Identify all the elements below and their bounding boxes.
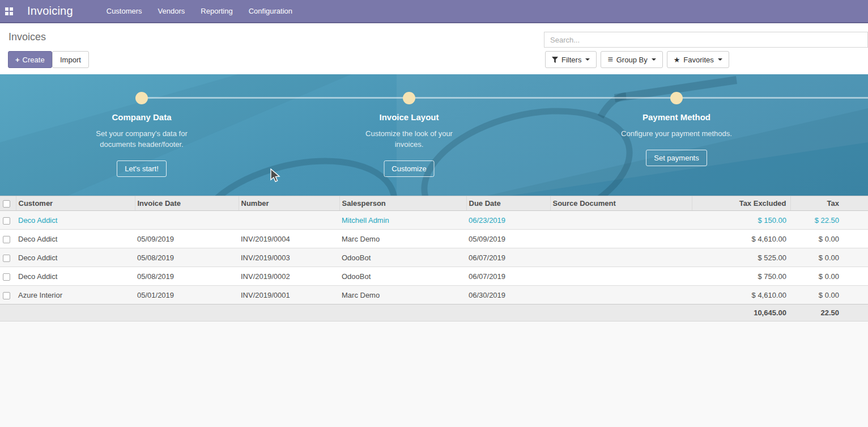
cell-invoice-date: 05/01/2019 — [135, 286, 239, 305]
row-checkbox[interactable] — [3, 273, 10, 281]
invoice-list-table: Customer Invoice Date Number Salesperson… — [0, 196, 868, 322]
filter-bar: Filters ≡ Group By ★ Favorites — [545, 51, 733, 68]
funnel-icon — [552, 57, 558, 63]
search-input[interactable] — [544, 32, 868, 48]
table-row[interactable]: Deco Addict 05/08/2019 INV/2019/0002 Odo… — [0, 267, 868, 286]
onboarding-step-payment-method: Payment Method Configure your payment me… — [597, 112, 756, 166]
cell-tax-excluded: $ 525.00 — [692, 248, 790, 267]
filters-button[interactable]: Filters — [545, 51, 597, 68]
onboarding-banner: Company Data Set your company's data for… — [0, 74, 868, 196]
tax-total: 22.50 — [790, 305, 868, 322]
cell-customer: Deco Addict — [16, 267, 135, 286]
menu-reporting[interactable]: Reporting — [193, 0, 240, 23]
row-checkbox[interactable] — [3, 255, 10, 262]
step-description: Customize the look of your invoices. — [357, 128, 462, 150]
cell-invoice-date: 05/08/2019 — [135, 248, 239, 267]
row-checkbox[interactable] — [3, 292, 10, 299]
cell-tax: $ 0.00 — [790, 286, 868, 305]
column-header-source-document[interactable]: Source Document — [550, 196, 692, 211]
menu-configuration[interactable]: Configuration — [241, 0, 300, 23]
onboarding-progress-line — [142, 97, 868, 99]
step-title: Company Data — [88, 112, 195, 122]
cell-customer: Deco Addict — [16, 248, 135, 267]
column-header-due-date[interactable]: Due Date — [466, 196, 550, 211]
plus-icon: + — [15, 56, 20, 64]
cell-source-document — [550, 248, 692, 267]
cell-salesperson: Marc Demo — [339, 286, 466, 305]
cell-tax-excluded: $ 4,610.00 — [692, 286, 790, 305]
set-payments-button[interactable]: Set payments — [646, 150, 707, 166]
cell-invoice-date — [135, 211, 239, 230]
cell-number: INV/2019/0004 — [239, 230, 339, 248]
cell-number: INV/2019/0001 — [239, 286, 339, 305]
cell-source-document — [550, 230, 692, 248]
group-by-button-label: Group By — [616, 56, 648, 64]
chevron-down-icon — [585, 58, 590, 61]
cell-number — [239, 211, 339, 230]
column-header-customer[interactable]: Customer — [16, 196, 135, 211]
customize-button[interactable]: Customize — [384, 160, 434, 177]
top-navbar: Invoicing Customers Vendors Reporting Co… — [0, 0, 868, 23]
table-header-row: Customer Invoice Date Number Salesperson… — [0, 196, 868, 211]
chevron-down-icon — [718, 58, 722, 61]
table-row[interactable]: Azure Interior 05/01/2019 INV/2019/0001 … — [0, 286, 868, 305]
cell-customer: Deco Addict — [16, 211, 135, 230]
apps-grid-icon[interactable] — [5, 7, 13, 15]
cell-invoice-date: 05/09/2019 — [135, 230, 239, 248]
table-row[interactable]: Deco Addict 05/08/2019 INV/2019/0003 Odo… — [0, 248, 868, 267]
star-icon: ★ — [674, 56, 680, 64]
cell-salesperson: OdooBot — [339, 267, 466, 286]
step-dot-payment-method — [670, 92, 683, 104]
favorites-button-label: Favorites — [683, 56, 713, 64]
cell-salesperson: Marc Demo — [339, 230, 466, 248]
cell-number: INV/2019/0002 — [239, 267, 339, 286]
cell-due-date: 06/07/2019 — [466, 267, 550, 286]
cell-due-date: 06/07/2019 — [466, 248, 550, 267]
step-description: Set your company's data for documents he… — [88, 128, 195, 150]
step-description: Configure your payment methods. — [597, 128, 756, 139]
table-row[interactable]: Deco Addict 05/09/2019 INV/2019/0004 Mar… — [0, 230, 868, 248]
cell-due-date: 06/30/2019 — [466, 286, 550, 305]
cell-tax-excluded: $ 4,610.00 — [692, 230, 790, 248]
breadcrumb: Invoices — [8, 31, 46, 43]
lets-start-button[interactable]: Let's start! — [117, 160, 167, 177]
cell-source-document — [550, 286, 692, 305]
onboarding-step-invoice-layout: Invoice Layout Customize the look of you… — [357, 112, 462, 177]
step-dot-invoice-layout — [403, 92, 415, 104]
cell-invoice-date: 05/08/2019 — [135, 267, 239, 286]
column-header-invoice-date[interactable]: Invoice Date — [135, 196, 239, 211]
row-checkbox[interactable] — [3, 236, 10, 243]
menu-customers[interactable]: Customers — [99, 0, 150, 23]
app-title: Invoicing — [27, 5, 73, 18]
cell-due-date: 05/09/2019 — [466, 230, 550, 248]
cell-tax: $ 0.00 — [790, 248, 868, 267]
column-header-salesperson[interactable]: Salesperson — [339, 196, 466, 211]
cell-salesperson: OdooBot — [339, 248, 466, 267]
import-button[interactable]: Import — [52, 51, 89, 68]
group-by-button[interactable]: ≡ Group By — [601, 51, 662, 68]
cell-tax: $ 0.00 — [790, 267, 868, 286]
menu-vendors[interactable]: Vendors — [150, 0, 193, 23]
navbar-menu: Customers Vendors Reporting Configuratio… — [99, 0, 300, 23]
column-header-tax-excluded[interactable]: Tax Excluded — [692, 196, 790, 211]
create-button-label: Create — [23, 56, 45, 64]
column-header-number[interactable]: Number — [239, 196, 339, 211]
table-row[interactable]: Deco Addict Mitchell Admin 06/23/2019 $ … — [0, 211, 868, 230]
control-panel: Invoices +Create Import Filters ≡ Group … — [0, 23, 868, 74]
cell-source-document — [550, 211, 692, 230]
onboarding-step-company-data: Company Data Set your company's data for… — [88, 112, 195, 177]
cell-customer: Deco Addict — [16, 230, 135, 248]
row-checkbox[interactable] — [3, 217, 10, 225]
create-button[interactable]: +Create — [8, 51, 52, 68]
cell-source-document — [550, 267, 692, 286]
select-all-checkbox[interactable] — [3, 200, 10, 208]
favorites-button[interactable]: ★ Favorites — [667, 51, 729, 68]
cell-due-date: 06/23/2019 — [466, 211, 550, 230]
chevron-down-icon — [652, 58, 656, 61]
filters-button-label: Filters — [561, 56, 581, 64]
cell-salesperson: Mitchell Admin — [339, 211, 466, 230]
cell-tax: $ 0.00 — [790, 230, 868, 248]
column-header-tax[interactable]: Tax — [790, 196, 868, 211]
step-title: Payment Method — [597, 112, 756, 122]
cell-tax: $ 22.50 — [790, 211, 868, 230]
